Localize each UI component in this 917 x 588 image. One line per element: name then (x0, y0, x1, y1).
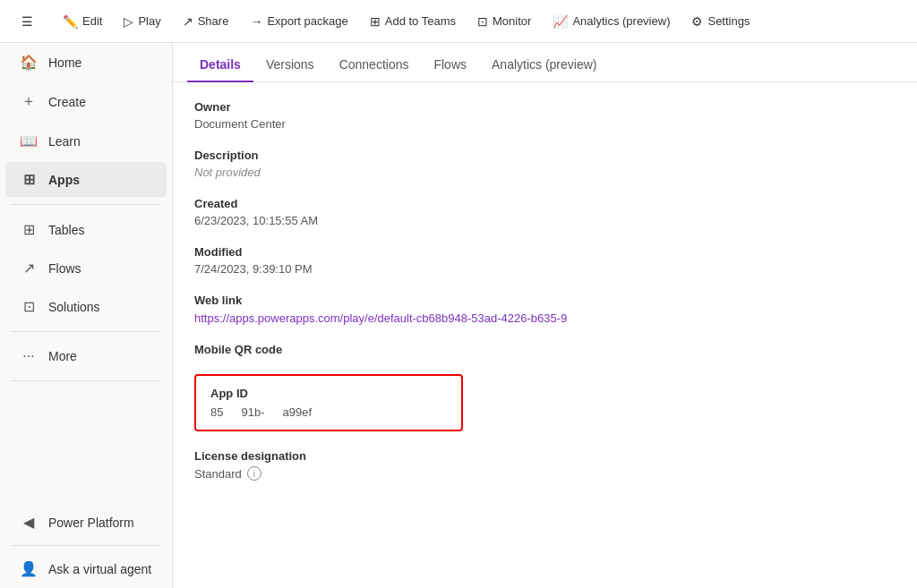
analytics-button[interactable]: 📈 Analytics (preview) (544, 9, 679, 34)
hamburger-icon: ☰ (21, 14, 33, 29)
monitor-button[interactable]: ⊡ Monitor (468, 9, 540, 34)
ask-agent-icon: 👤 (20, 560, 38, 577)
sidebar: 🏠 Home ＋ Create 📖 Learn ⊞ Apps ⊞ Tables … (0, 43, 173, 588)
flows-icon: ↗ (20, 260, 38, 277)
sidebar-item-apps[interactable]: ⊞ Apps (5, 162, 167, 197)
edit-label: Edit (82, 14, 102, 28)
share-button[interactable]: ↗ Share (174, 9, 238, 34)
tables-icon: ⊞ (20, 221, 38, 238)
sidebar-label-flows: Flows (48, 261, 81, 276)
sidebar-label-solutions: Solutions (48, 300, 100, 314)
license-info-icon[interactable]: i (247, 466, 261, 481)
learn-icon: 📖 (20, 132, 38, 149)
tab-details[interactable]: Details (187, 48, 253, 82)
description-value: Not provided (194, 166, 896, 179)
license-field: License designation Standard i (194, 449, 896, 481)
add-teams-label: Add to Teams (385, 14, 456, 28)
tab-analytics[interactable]: Analytics (preview) (479, 48, 609, 82)
detail-content: Owner Document Center Description Not pr… (173, 82, 917, 588)
sidebar-label-tables: Tables (48, 223, 84, 237)
modified-field: Modified 7/24/2023, 9:39:10 PM (194, 245, 896, 276)
share-label: Share (198, 14, 229, 28)
weblink-field: Web link https://apps.powerapps.com/play… (194, 294, 896, 325)
create-icon: ＋ (20, 92, 38, 111)
analytics-label: Analytics (preview) (572, 14, 670, 28)
tab-versions[interactable]: Versions (253, 48, 327, 82)
description-label: Description (194, 149, 896, 162)
sidebar-divider-2 (11, 331, 161, 332)
sidebar-item-home[interactable]: 🏠 Home (5, 45, 167, 80)
monitor-icon: ⊡ (477, 14, 488, 29)
sidebar-label-home: Home (48, 55, 81, 70)
created-field: Created 6/23/2023, 10:15:55 AM (194, 197, 896, 227)
sidebar-item-learn[interactable]: 📖 Learn (5, 124, 167, 158)
monitor-label: Monitor (493, 14, 531, 28)
home-icon: 🏠 (20, 54, 38, 71)
main-layout: 🏠 Home ＋ Create 📖 Learn ⊞ Apps ⊞ Tables … (0, 43, 917, 588)
app-id-box: App ID 85 91b- a99ef (194, 374, 463, 431)
settings-icon: ⚙ (691, 14, 703, 29)
owner-label: Owner (194, 100, 896, 114)
modified-label: Modified (194, 245, 896, 259)
more-icon: ··· (20, 348, 38, 364)
play-label: Play (138, 14, 160, 28)
app-id-part2: 91b- (241, 405, 264, 419)
app-id-part3: a99ef (283, 405, 313, 419)
edit-button[interactable]: ✏️ Edit (54, 9, 111, 34)
sidebar-item-power-platform[interactable]: ◀ Power Platform (5, 505, 167, 540)
sidebar-item-flows[interactable]: ↗ Flows (5, 251, 167, 285)
share-icon: ↗ (183, 14, 193, 29)
add-teams-button[interactable]: ⊞ Add to Teams (361, 9, 465, 34)
sidebar-item-tables[interactable]: ⊞ Tables (5, 212, 167, 247)
app-id-label: App ID (210, 387, 447, 400)
owner-value: Document Center (194, 117, 896, 131)
export-icon: → (250, 14, 262, 29)
tab-bar: Details Versions Connections Flows Analy… (173, 43, 917, 82)
analytics-icon: 📈 (553, 14, 568, 29)
sidebar-divider-1 (11, 204, 161, 205)
top-bar: ☰ ✏️ Edit ▷ Play ↗ Share → Export packag… (0, 0, 917, 43)
modified-value: 7/24/2023, 9:39:10 PM (194, 262, 896, 276)
license-row: Standard i (194, 466, 896, 481)
settings-label: Settings (707, 14, 750, 28)
content-area: Details Versions Connections Flows Analy… (173, 43, 917, 588)
sidebar-label-ask-agent: Ask a virtual agent (48, 562, 151, 576)
sidebar-bottom: ◀ Power Platform 👤 Ask a virtual agent (0, 503, 172, 588)
play-icon: ▷ (124, 14, 133, 29)
sidebar-item-solutions[interactable]: ⊡ Solutions (5, 289, 167, 324)
owner-field: Owner Document Center (194, 100, 896, 131)
created-value: 6/23/2023, 10:15:55 AM (194, 214, 896, 227)
apps-icon: ⊞ (20, 171, 38, 188)
sidebar-divider-4 (11, 545, 161, 546)
tab-connections[interactable]: Connections (327, 48, 422, 82)
license-value: Standard (194, 467, 242, 481)
sidebar-item-create[interactable]: ＋ Create (5, 83, 167, 120)
hamburger-button[interactable]: ☰ (11, 5, 43, 38)
settings-button[interactable]: ⚙ Settings (682, 9, 758, 34)
description-field: Description Not provided (194, 149, 896, 179)
sidebar-label-learn: Learn (48, 134, 81, 149)
sidebar-item-more[interactable]: ··· More (5, 339, 167, 373)
power-platform-icon: ◀ (20, 514, 38, 531)
license-label: License designation (194, 449, 896, 463)
tab-flows[interactable]: Flows (421, 48, 479, 82)
play-button[interactable]: ▷ Play (115, 9, 169, 34)
sidebar-label-apps: Apps (48, 173, 80, 187)
teams-icon: ⊞ (370, 14, 381, 29)
export-label: Export package (267, 14, 347, 28)
app-id-value: 85 91b- a99ef (210, 405, 447, 419)
sidebar-label-power-platform: Power Platform (48, 516, 134, 530)
mobile-qr-label: Mobile QR code (194, 343, 896, 356)
weblink-label: Web link (194, 294, 896, 307)
app-id-part1: 85 (210, 405, 223, 419)
sidebar-item-ask-agent[interactable]: 👤 Ask a virtual agent (5, 551, 167, 586)
sidebar-label-create: Create (48, 95, 86, 109)
edit-icon: ✏️ (63, 14, 78, 29)
sidebar-divider-3 (11, 380, 161, 381)
solutions-icon: ⊡ (20, 298, 38, 315)
created-label: Created (194, 197, 896, 210)
weblink-value[interactable]: https://apps.powerapps.com/play/e/defaul… (194, 311, 567, 325)
sidebar-label-more: More (48, 349, 77, 363)
export-button[interactable]: → Export package (241, 9, 356, 34)
mobile-qr-field: Mobile QR code (194, 343, 896, 356)
